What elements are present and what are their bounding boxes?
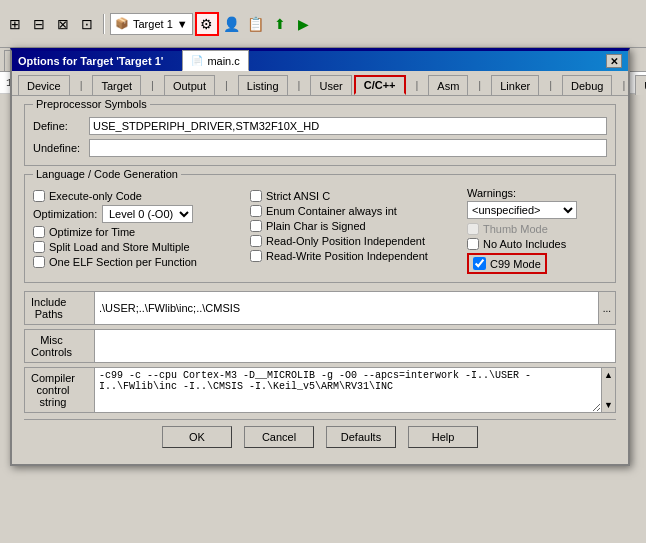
one-elf-row: One ELF Section per Function: [33, 256, 238, 268]
toolbar: ⊞ ⊟ ⊠ ⊡ 📦 Target 1 ▼ ⚙ 👤 📋 ⬆ ▶: [0, 0, 646, 48]
dialog-tabs: Device | Target | Output | Listing | Use…: [12, 71, 628, 96]
lang-right-col: Strict ANSI C Enum Container always int …: [250, 187, 455, 274]
tab-label: main.c: [207, 55, 239, 67]
define-input[interactable]: [89, 117, 607, 135]
ok-button[interactable]: OK: [162, 426, 232, 448]
separator-1: [103, 14, 105, 34]
undefine-label: Undefine:: [33, 142, 85, 154]
execute-only-checkbox[interactable]: [33, 190, 45, 202]
compiler-control-row: Compilercontrolstring ▲ ▼: [24, 367, 616, 413]
define-label: Define:: [33, 120, 85, 132]
read-write-label: Read-Write Position Independent: [266, 250, 428, 262]
include-paths-browse-btn[interactable]: ...: [598, 292, 615, 324]
toolbar-icon-copy[interactable]: 📋: [245, 13, 267, 35]
warnings-col: Warnings: <unspecified> All Warnings No …: [467, 187, 607, 274]
thumb-mode-checkbox[interactable]: [467, 223, 479, 235]
strict-ansi-label: Strict ANSI C: [266, 190, 330, 202]
toolbar-icon-grid[interactable]: ⊞: [4, 13, 26, 35]
target-label: Target 1: [133, 18, 173, 30]
read-only-row: Read-Only Position Independent: [250, 235, 455, 247]
misc-controls-row: MiscControls: [24, 329, 616, 363]
toolbar-icon-person[interactable]: 👤: [221, 13, 243, 35]
language-group: Language / Code Generation Execute-only …: [24, 174, 616, 283]
compiler-control-input[interactable]: [95, 368, 601, 412]
optimization-row: Optimization: Level 0 (-O0) Level 1 (-O1…: [33, 205, 238, 223]
tab-user[interactable]: User: [310, 75, 351, 95]
strict-ansi-row: Strict ANSI C: [250, 190, 455, 202]
preprocessor-group: Preprocessor Symbols Define: Undefine:: [24, 104, 616, 166]
split-load-row: Split Load and Store Multiple: [33, 241, 238, 253]
tab-asm[interactable]: Asm: [428, 75, 468, 95]
toolbar-icon-grid4[interactable]: ⊡: [76, 13, 98, 35]
c99-mode-label: C99 Mode: [490, 258, 541, 270]
enum-container-checkbox[interactable]: [250, 205, 262, 217]
options-dialog: Options for Target 'Target 1' ✕ Device |…: [10, 48, 630, 466]
thumb-mode-label: Thumb Mode: [483, 223, 548, 235]
read-write-row: Read-Write Position Independent: [250, 250, 455, 262]
dialog-titlebar: Options for Target 'Target 1' ✕: [12, 51, 628, 71]
optimize-time-label: Optimize for Time: [49, 226, 135, 238]
dialog-title: Options for Target 'Target 1': [18, 55, 163, 67]
load-icon: 📦: [115, 17, 129, 30]
read-only-checkbox[interactable]: [250, 235, 262, 247]
dialog-footer: OK Cancel Defaults Help: [24, 419, 616, 456]
defaults-button[interactable]: Defaults: [326, 426, 396, 448]
tab-listing[interactable]: Listing: [238, 75, 288, 95]
toolbar-icon-settings[interactable]: ⚙: [195, 12, 219, 36]
cancel-button[interactable]: Cancel: [244, 426, 314, 448]
target-dropdown[interactable]: 📦 Target 1 ▼: [110, 13, 193, 35]
enum-container-label: Enum Container always int: [266, 205, 397, 217]
language-title: Language / Code Generation: [33, 168, 181, 180]
include-paths-label: IncludePaths: [25, 292, 95, 324]
warnings-select-row: <unspecified> All Warnings No Warnings: [467, 201, 607, 219]
toolbar-icon-grid3[interactable]: ⊠: [52, 13, 74, 35]
tab-utilities[interactable]: Utilities: [635, 75, 646, 95]
compiler-control-label: Compilercontrolstring: [25, 368, 95, 412]
no-auto-checkbox[interactable]: [467, 238, 479, 250]
lang-left-col: Execute-only Code Optimization: Level 0 …: [33, 187, 238, 274]
plain-char-row: Plain Char is Signed: [250, 220, 455, 232]
warnings-select[interactable]: <unspecified> All Warnings No Warnings: [467, 201, 577, 219]
one-elf-checkbox[interactable]: [33, 256, 45, 268]
dialog-body: Preprocessor Symbols Define: Undefine: L…: [12, 96, 628, 464]
help-button[interactable]: Help: [408, 426, 478, 448]
preprocessor-title: Preprocessor Symbols: [33, 98, 150, 110]
split-load-checkbox[interactable]: [33, 241, 45, 253]
plain-char-checkbox[interactable]: [250, 220, 262, 232]
close-button[interactable]: ✕: [606, 54, 622, 68]
enum-container-row: Enum Container always int: [250, 205, 455, 217]
read-write-checkbox[interactable]: [250, 250, 262, 262]
optimization-select[interactable]: Level 0 (-O0) Level 1 (-O1) Level 2 (-O2…: [102, 205, 193, 223]
no-auto-row: No Auto Includes: [467, 238, 607, 250]
toolbar-icon-grid2[interactable]: ⊟: [28, 13, 50, 35]
bottom-section: IncludePaths ... MiscControls Compilerco…: [24, 291, 616, 413]
optimize-time-row: Optimize for Time: [33, 226, 238, 238]
thumb-mode-row: Thumb Mode: [467, 223, 607, 235]
compiler-scroll-up[interactable]: ▲: [602, 368, 615, 382]
tab-output[interactable]: Output: [164, 75, 215, 95]
toolbar-icon-build[interactable]: ▶: [293, 13, 315, 35]
tab-main-c[interactable]: 📄 main.c: [182, 50, 248, 71]
compiler-scroll-down[interactable]: ▼: [602, 398, 615, 412]
tab-device[interactable]: Device: [18, 75, 70, 95]
misc-controls-input[interactable]: [95, 330, 615, 362]
strict-ansi-checkbox[interactable]: [250, 190, 262, 202]
optimize-time-checkbox[interactable]: [33, 226, 45, 238]
c99-mode-box: C99 Mode: [467, 253, 547, 274]
one-elf-label: One ELF Section per Function: [49, 256, 197, 268]
warnings-label: Warnings:: [467, 187, 607, 199]
execute-only-label: Execute-only Code: [49, 190, 142, 202]
c99-mode-checkbox[interactable]: [473, 257, 486, 270]
read-only-label: Read-Only Position Independent: [266, 235, 425, 247]
tab-cpp[interactable]: C/C++: [354, 75, 406, 95]
include-paths-input[interactable]: [95, 292, 598, 324]
plain-char-label: Plain Char is Signed: [266, 220, 366, 232]
execute-only-row: Execute-only Code: [33, 190, 238, 202]
misc-controls-label: MiscControls: [25, 330, 95, 362]
file-icon: 📄: [191, 55, 203, 66]
undefine-input[interactable]: [89, 139, 607, 157]
tab-linker[interactable]: Linker: [491, 75, 539, 95]
tab-debug[interactable]: Debug: [562, 75, 612, 95]
tab-target[interactable]: Target: [92, 75, 141, 95]
toolbar-icon-arrow-up[interactable]: ⬆: [269, 13, 291, 35]
